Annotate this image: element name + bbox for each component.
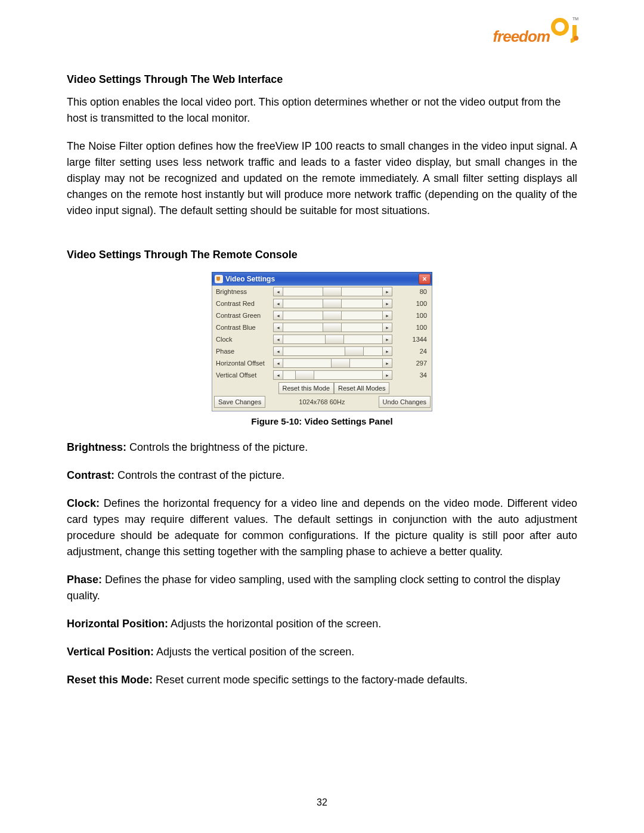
slider-value: 34 bbox=[395, 371, 429, 379]
arrow-left-icon[interactable]: ◄ bbox=[273, 346, 283, 356]
paragraph-web-1: This option enables the local video port… bbox=[67, 94, 577, 126]
slider-value: 100 bbox=[395, 300, 429, 307]
panel-footer: Save Changes 1024x768 60Hz Undo Changes bbox=[212, 395, 432, 409]
slider-scrollbar[interactable]: ◄► bbox=[273, 370, 392, 380]
def-reset: Reset this Mode: Reset current mode spec… bbox=[67, 672, 577, 688]
term-vpos: Vertical Position: bbox=[67, 646, 154, 658]
slider-label: Vertical Offset bbox=[216, 371, 271, 379]
brand-nine-icon: TM bbox=[551, 18, 575, 45]
term-phase: Phase: bbox=[67, 574, 102, 586]
slider-track[interactable] bbox=[283, 335, 382, 344]
arrow-left-icon[interactable]: ◄ bbox=[273, 311, 283, 320]
term-contrast: Contrast: bbox=[67, 469, 114, 481]
arrow-left-icon[interactable]: ◄ bbox=[273, 358, 283, 368]
reset-all-modes-button[interactable]: Reset All Modes bbox=[334, 382, 389, 394]
slider-track[interactable] bbox=[283, 370, 382, 380]
video-settings-panel: Video Settings × Brightness◄►80Contrast … bbox=[212, 272, 432, 411]
save-changes-button[interactable]: Save Changes bbox=[214, 396, 265, 408]
slider-label: Clock bbox=[216, 336, 271, 343]
slider-thumb[interactable] bbox=[323, 311, 342, 320]
slider-row: Contrast Blue◄►100 bbox=[212, 321, 432, 333]
def-phase: Phase: Defines the phase for video sampl… bbox=[67, 572, 577, 604]
slider-scrollbar[interactable]: ◄► bbox=[273, 335, 392, 344]
slider-value: 100 bbox=[395, 324, 429, 331]
brand-text: freedom bbox=[493, 27, 550, 45]
heading-remote-console: Video Settings Through The Remote Consol… bbox=[67, 231, 577, 261]
slider-value: 297 bbox=[395, 360, 429, 367]
slider-thumb[interactable] bbox=[323, 287, 342, 296]
slider-thumb[interactable] bbox=[295, 371, 314, 379]
def-clock: Clock: Defines the horizontal frequency … bbox=[67, 496, 577, 560]
arrow-right-icon[interactable]: ► bbox=[382, 335, 392, 344]
slider-value: 80 bbox=[395, 288, 429, 295]
term-reset: Reset this Mode: bbox=[67, 674, 153, 686]
close-button[interactable]: × bbox=[419, 274, 431, 284]
slider-label: Phase bbox=[216, 348, 271, 355]
text-brightness: Controls the brightness of the picture. bbox=[126, 441, 308, 453]
slider-thumb[interactable] bbox=[331, 359, 350, 367]
arrow-right-icon[interactable]: ► bbox=[382, 287, 392, 296]
arrow-left-icon[interactable]: ◄ bbox=[273, 299, 283, 308]
text-vpos: Adjusts the vertical position of the scr… bbox=[154, 646, 354, 658]
slider-track[interactable] bbox=[283, 311, 382, 320]
text-hpos: Adjusts the horizontal position of the s… bbox=[168, 618, 381, 630]
page-number: 32 bbox=[0, 797, 644, 808]
slider-thumb[interactable] bbox=[325, 335, 344, 343]
slider-track[interactable] bbox=[283, 287, 382, 296]
arrow-left-icon[interactable]: ◄ bbox=[273, 370, 283, 380]
slider-scrollbar[interactable]: ◄► bbox=[273, 287, 392, 296]
slider-row: Contrast Red◄►100 bbox=[212, 298, 432, 309]
text-phase: Defines the phase for video sampling, us… bbox=[67, 574, 560, 602]
arrow-right-icon[interactable]: ► bbox=[382, 358, 392, 368]
slider-label: Contrast Blue bbox=[216, 324, 271, 331]
def-hpos: Horizontal Position: Adjusts the horizon… bbox=[67, 616, 577, 632]
term-brightness: Brightness: bbox=[67, 441, 126, 453]
arrow-left-icon[interactable]: ◄ bbox=[273, 335, 283, 344]
reset-button-row: Reset this Mode Reset All Modes bbox=[271, 381, 397, 395]
slider-scrollbar[interactable]: ◄► bbox=[273, 311, 392, 320]
slider-scrollbar[interactable]: ◄► bbox=[273, 323, 392, 332]
arrow-right-icon[interactable]: ► bbox=[382, 346, 392, 356]
slider-scrollbar[interactable]: ◄► bbox=[273, 346, 392, 356]
def-brightness: Brightness: Controls the brightness of t… bbox=[67, 439, 577, 456]
slider-scrollbar[interactable]: ◄► bbox=[273, 358, 392, 368]
arrow-right-icon[interactable]: ► bbox=[382, 323, 392, 332]
arrow-right-icon[interactable]: ► bbox=[382, 370, 392, 380]
panel-titlebar: Video Settings × bbox=[212, 272, 432, 286]
slider-value: 24 bbox=[395, 348, 429, 355]
def-contrast: Contrast: Controls the contrast of the p… bbox=[67, 467, 577, 484]
text-contrast: Controls the contrast of the picture. bbox=[114, 469, 284, 481]
trademark-text: TM bbox=[572, 17, 578, 21]
slider-row: Horizontal Offset◄►297 bbox=[212, 357, 432, 369]
arrow-left-icon[interactable]: ◄ bbox=[273, 287, 283, 296]
arrow-left-icon[interactable]: ◄ bbox=[273, 323, 283, 332]
java-cup-icon bbox=[215, 275, 223, 283]
slider-thumb[interactable] bbox=[323, 299, 342, 308]
brand-dot-icon bbox=[574, 36, 578, 41]
slider-scrollbar[interactable]: ◄► bbox=[273, 299, 392, 308]
term-hpos: Horizontal Position: bbox=[67, 618, 168, 630]
text-reset: Reset current mode specific settings to … bbox=[153, 674, 467, 686]
text-clock: Defines the horizontal frequency for a v… bbox=[67, 497, 577, 558]
panel-body: Brightness◄►80Contrast Red◄►100Contrast … bbox=[212, 286, 432, 411]
slider-track[interactable] bbox=[283, 346, 382, 356]
undo-changes-button[interactable]: Undo Changes bbox=[379, 396, 431, 408]
slider-track[interactable] bbox=[283, 299, 382, 308]
arrow-right-icon[interactable]: ► bbox=[382, 311, 392, 320]
slider-track[interactable] bbox=[283, 323, 382, 332]
slider-label: Horizontal Offset bbox=[216, 360, 271, 367]
term-clock: Clock: bbox=[67, 497, 100, 509]
brand-logo: freedomTM bbox=[493, 18, 580, 45]
slider-label: Contrast Red bbox=[216, 300, 271, 307]
paragraph-web-2: The Noise Filter option defines how the … bbox=[67, 138, 577, 219]
slider-row: Contrast Green◄►100 bbox=[212, 309, 432, 321]
slider-track[interactable] bbox=[283, 358, 382, 368]
reset-this-mode-button[interactable]: Reset this Mode bbox=[278, 382, 334, 394]
slider-row: Vertical Offset◄►34 bbox=[212, 369, 432, 381]
slider-thumb[interactable] bbox=[323, 323, 342, 332]
slider-thumb[interactable] bbox=[345, 347, 364, 355]
video-mode-label: 1024x768 60Hz bbox=[265, 398, 378, 405]
arrow-right-icon[interactable]: ► bbox=[382, 299, 392, 308]
slider-value: 100 bbox=[395, 312, 429, 319]
slider-label: Contrast Green bbox=[216, 312, 271, 319]
